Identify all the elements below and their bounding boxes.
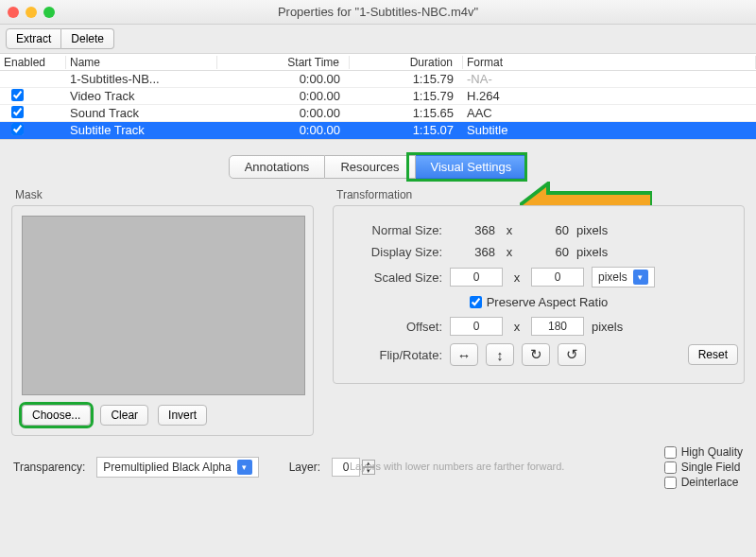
transparency-label: Transparency: [13,461,85,474]
table-row[interactable]: Video Track0:00.001:15.79H.264 [0,88,756,105]
display-size-label: Display Size: [343,245,442,259]
tracks-table: Enabled Name Start Time Duration Format … [0,53,756,140]
mask-preview [22,216,305,395]
delete-button[interactable]: Delete [61,28,114,49]
single-field-checkbox[interactable]: Single Field [664,461,743,474]
high-quality-checkbox[interactable]: High Quality [664,445,743,459]
flip-vertical-icon[interactable]: ↕ [486,343,514,366]
track-format: H.264 [463,89,756,103]
display-width: 368 [450,245,495,259]
track-format: AAC [463,106,756,120]
transformation-label: Transformation [336,188,745,201]
track-name: Video Track [66,89,217,103]
window-title: Properties for "1-Subtitles-NBC.m4v" [0,5,756,19]
titlebar: Properties for "1-Subtitles-NBC.m4v" [0,0,756,25]
select-arrow-icon: ▾ [237,460,252,475]
track-start: 0:00.00 [217,72,350,86]
select-arrow-icon: ▾ [633,270,648,285]
track-duration: 1:15.79 [350,89,463,103]
track-duration: 1:15.79 [350,72,463,86]
table-row[interactable]: Sound Track0:00.001:15.65AAC [0,105,756,122]
scaled-height-input[interactable]: 0 [531,268,584,287]
settings-panel: Mask Choose... Clear Invert Transformati… [11,188,745,436]
track-start: 0:00.00 [217,123,350,137]
deinterlace-checkbox[interactable]: Deinterlace [664,476,743,489]
track-name: 1-Subtitles-NB... [66,72,217,86]
offset-x-input[interactable]: 0 [450,317,503,336]
col-start: Start Time [217,56,350,69]
maximize-icon[interactable] [43,7,55,18]
transparency-select[interactable]: Premultiplied Black Alpha ▾ [96,457,258,478]
close-icon[interactable] [8,7,19,18]
col-name: Name [66,56,217,69]
col-format: Format [463,56,756,69]
offset-label: Offset: [343,320,442,334]
track-duration: 1:15.07 [350,123,463,137]
mask-label: Mask [15,188,323,201]
table-header: Enabled Name Start Time Duration Format [0,54,756,71]
rotate-ccw-icon[interactable]: ↺ [558,343,586,366]
invert-button[interactable]: Invert [158,405,207,426]
enabled-checkbox[interactable] [11,89,24,101]
tab-visual-settings[interactable]: Visual Settings [416,155,528,179]
toolbar: Extract Delete [0,25,756,53]
track-format: Subtitle [463,123,756,137]
enabled-checkbox[interactable] [11,123,24,135]
flip-horizontal-icon[interactable]: ↔ [450,343,478,366]
reset-button[interactable]: Reset [688,344,738,365]
table-row[interactable]: 1-Subtitles-NB...0:00.001:15.79-NA- [0,71,756,88]
track-start: 0:00.00 [217,106,350,120]
track-name: Subtitle Track [66,123,217,137]
traffic-lights [8,7,55,18]
normal-height: 60 [524,223,569,237]
unit-select[interactable]: pixels ▾ [592,267,655,287]
normal-size-label: Normal Size: [343,223,442,237]
track-format: -NA- [463,72,756,86]
track-start: 0:00.00 [217,89,350,103]
extract-button[interactable]: Extract [6,28,61,49]
rotate-cw-icon[interactable]: ↻ [522,343,550,366]
display-height: 60 [524,245,569,259]
preserve-aspect-checkbox[interactable]: Preserve Aspect Ratio [470,295,609,309]
col-enabled: Enabled [0,56,66,69]
choose-button[interactable]: Choose... [22,405,91,426]
transformation-group: Normal Size: 368 x 60 pixels Display Siz… [333,205,745,384]
col-duration: Duration [350,56,463,69]
scaled-width-input[interactable]: 0 [450,268,503,287]
track-name: Sound Track [66,106,217,120]
enabled-checkbox[interactable] [11,106,24,118]
tab-resources[interactable]: Resources [325,155,415,179]
tab-bar: Annotations Resources Visual Settings [229,155,528,179]
scaled-size-label: Scaled Size: [343,270,442,285]
track-duration: 1:15.65 [350,106,463,120]
layer-label: Layer: [289,461,320,474]
normal-width: 368 [450,223,495,237]
flip-rotate-label: Flip/Rotate: [343,348,442,362]
minimize-icon[interactable] [26,7,37,18]
mask-group: Choose... Clear Invert [11,205,314,436]
clear-button[interactable]: Clear [100,405,148,426]
table-row[interactable]: Subtitle Track0:00.001:15.07Subtitle [0,122,756,139]
tab-annotations[interactable]: Annotations [229,155,326,179]
offset-y-input[interactable]: 180 [531,317,584,336]
